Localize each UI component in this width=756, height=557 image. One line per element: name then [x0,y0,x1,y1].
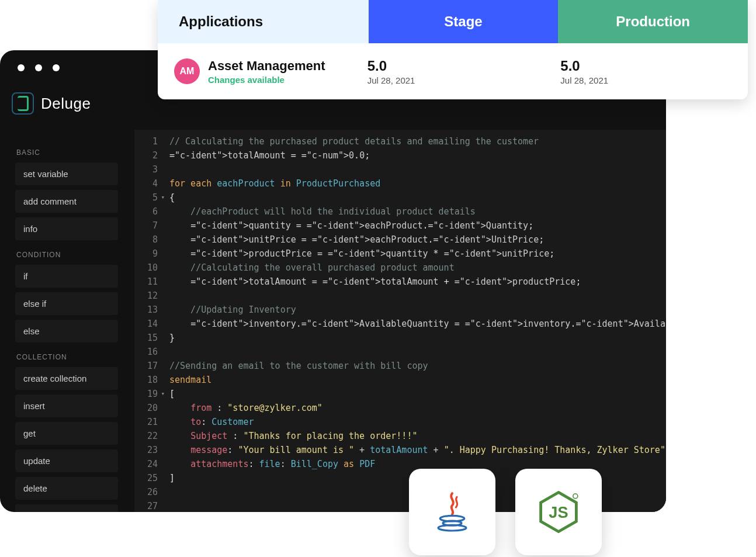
line-number: 17 [134,359,158,373]
brand: Deluge [12,92,91,115]
app-name: Asset Management [208,58,325,74]
snippet-info[interactable]: info [15,217,118,240]
code-line[interactable] [169,289,660,303]
line-number: 1 [134,134,158,148]
code-line[interactable]: { [169,191,660,205]
code-line[interactable]: Subject : "Thanks for placing the order!… [169,429,660,443]
line-number: 6 [134,205,158,219]
code-line[interactable]: ="c-ident">totalAmount = ="c-num">0.0; [169,148,660,162]
line-number: 12 [134,289,158,303]
app-row: AM Asset Management Changes available 5.… [158,43,748,99]
snippet-else[interactable]: else [15,320,118,342]
java-card[interactable] [409,469,495,555]
snippet-update[interactable]: update [15,449,118,472]
code-line[interactable]: sendmail [169,373,660,387]
code-line[interactable]: to: Customer [169,415,660,429]
code-line[interactable]: ="c-ident">inventory.="c-ident">Availabl… [169,317,660,331]
stage-version: 5.0 [367,58,555,74]
line-number: 7 [134,219,158,233]
deployment-header: Applications Stage Production AM Asset M… [158,0,748,99]
code-line[interactable]: ="c-ident">unitPrice = ="c-ident">eachPr… [169,233,660,247]
line-number: 19 [134,387,158,401]
traffic-dot-icon [18,64,25,71]
line-number: 21 [134,415,158,429]
code-line[interactable]: ="c-ident">totalAmount = ="c-ident">tota… [169,275,660,289]
code-lines[interactable]: // Calculating the purchased product det… [169,134,660,512]
code-line[interactable]: for each eachProduct in ProductPurchased [169,177,660,191]
traffic-dot-icon [35,64,42,71]
tab-applications[interactable]: Applications [158,0,369,43]
snippet-delete[interactable]: delete [15,477,118,500]
line-number: 2 [134,148,158,162]
code-line[interactable]: //Sending an email to the customer with … [169,359,660,373]
line-number: 9 [134,247,158,261]
code-line[interactable]: //Updating Inventory [169,303,660,317]
line-number: 8 [134,233,158,247]
snippet-get[interactable]: get [15,422,118,445]
code-line[interactable]: message: "Your bill amount is " + totalA… [169,443,660,457]
code-line[interactable]: [ [169,387,660,401]
window-traffic-lights [18,64,60,71]
deluge-logo-icon [12,92,34,115]
snippet-set-variable[interactable]: set variable [15,162,118,185]
tab-applications-label: Applications [179,13,263,30]
tab-production-label: Production [616,13,690,30]
snippet-add-comment[interactable]: add comment [15,190,118,213]
svg-text:JS: JS [549,503,568,521]
snippet-create-collection[interactable]: create collection [15,367,118,390]
line-number: 13 [134,303,158,317]
snippet-for-each-element[interactable]: for each element [15,504,118,512]
sidebar-section-basic: BASIC [16,148,118,157]
app-changes-label: Changes available [208,75,325,85]
app-avatar: AM [174,58,200,84]
line-number: 15 [134,331,158,345]
snippet-else-if[interactable]: else if [15,292,118,315]
line-gutter: 1234567891011121314151617181920212223242… [134,134,162,512]
code-line[interactable]: //eachProduct will hold the individual p… [169,205,660,219]
code-line[interactable] [169,345,660,359]
nodejs-icon: JS [535,489,582,535]
svg-point-2 [438,525,466,531]
stage-date: Jul 28, 2021 [367,75,555,85]
line-number: 14 [134,317,158,331]
code-panel[interactable]: 1234567891011121314151617181920212223242… [134,130,666,512]
traffic-dot-icon [53,64,60,71]
code-line[interactable]: // Calculating the purchased product det… [169,134,660,148]
code-line[interactable]: } [169,331,660,345]
tab-stage[interactable]: Stage [369,0,559,43]
sidebar-section-collection: COLLECTION [16,353,118,361]
java-icon [429,489,476,535]
line-number: 22 [134,429,158,443]
line-number: 23 [134,443,158,457]
code-line[interactable]: ="c-ident">quantity = ="c-ident">eachPro… [169,219,660,233]
line-number: 20 [134,401,158,415]
code-line[interactable]: from : "store@zylker.com" [169,401,660,415]
production-version: 5.0 [560,58,748,74]
tab-production[interactable]: Production [558,0,748,43]
header-tabs: Applications Stage Production [158,0,748,43]
snippet-sidebar: BASIC set variable add comment info COND… [0,130,129,512]
production-date: Jul 28, 2021 [560,75,748,85]
app-cell[interactable]: AM Asset Management Changes available [158,58,362,85]
brand-name: Deluge [41,95,91,113]
production-version-cell: 5.0 Jul 28, 2021 [554,58,748,85]
snippet-insert[interactable]: insert [15,395,118,417]
line-number: 26 [134,485,158,499]
line-number: 10 [134,261,158,275]
code-line[interactable]: ="c-ident">productPrice = ="c-ident">qua… [169,247,660,261]
code-line[interactable]: //Calculating the overall purchased prod… [169,261,660,275]
line-number: 27 [134,499,158,512]
tech-cards: JS [409,469,602,555]
tab-stage-label: Stage [444,13,482,30]
node-card[interactable]: JS [515,469,602,555]
stage-version-cell: 5.0 Jul 28, 2021 [362,58,555,85]
snippet-if[interactable]: if [15,265,118,288]
line-number: 16 [134,345,158,359]
code-editor-window: Deluge BASIC set variable add comment in… [0,50,666,512]
line-number: 4 [134,177,158,191]
line-number: 24 [134,457,158,471]
avatar-initials: AM [180,66,195,77]
sidebar-section-condition: CONDITION [16,251,118,259]
line-number: 11 [134,275,158,289]
code-line[interactable] [169,162,660,177]
